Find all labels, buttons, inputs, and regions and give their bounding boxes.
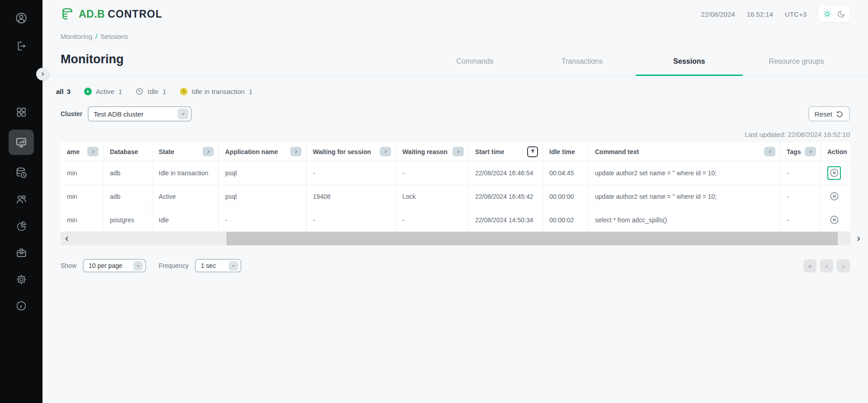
- column-expand-button[interactable]: [380, 147, 391, 156]
- filter-idle-in-transaction[interactable]: Idle in transaction 1: [180, 88, 253, 95]
- bottom-controls: Show 10 per page Frequency 1 sec « ‹ ›: [42, 259, 868, 272]
- clock-area: 22/08/2024 16:52:14 UTC+3: [701, 6, 850, 22]
- table-cell: update author2 set name = '' where id = …: [589, 185, 780, 208]
- filter-idle-count: 1: [162, 88, 166, 95]
- logout-button[interactable]: [0, 37, 42, 55]
- dark-theme-moon-icon[interactable]: [837, 9, 846, 19]
- scrollbar-thumb[interactable]: [226, 232, 838, 245]
- table-cell: -: [396, 161, 469, 184]
- sidebar-item-databases[interactable]: [9, 164, 34, 182]
- current-date: 22/08/2024: [701, 10, 735, 18]
- timezone: UTC+3: [785, 10, 807, 18]
- column-expand-button[interactable]: [805, 147, 816, 156]
- terminate-session-button[interactable]: [827, 213, 841, 227]
- sidebar-item-reports[interactable]: [9, 217, 34, 235]
- first-page-button[interactable]: «: [803, 259, 816, 272]
- cluster-row: Cluster Test ADB cluster Reset: [42, 106, 868, 122]
- chevron-down-icon: [178, 108, 189, 119]
- column-header-waiting-reason: Waiting reason: [396, 142, 469, 161]
- filter-all[interactable]: all 3: [56, 88, 71, 95]
- table-cell: min: [61, 161, 104, 184]
- idle-transaction-clock-icon: [180, 88, 188, 95]
- table-cell-action: [821, 161, 850, 184]
- table-row: minpostgresIdle---22/08/2024 14:50:3400:…: [61, 208, 850, 232]
- monitor-chart-icon: [15, 136, 28, 149]
- scroll-left-button[interactable]: [61, 232, 73, 245]
- table-cell: 22/08/2024 14:50:34: [469, 208, 543, 231]
- sidebar-item-projects[interactable]: [9, 244, 34, 262]
- sidebar-item-settings[interactable]: [9, 270, 34, 288]
- last-updated: Last updated: 22/08/2024 16:52:10: [42, 131, 868, 140]
- table-cell: adb: [104, 185, 152, 208]
- briefcase-icon: [15, 247, 28, 259]
- page-title: Monitoring: [61, 52, 123, 75]
- breadcrumb-sessions[interactable]: Sessions: [100, 33, 128, 40]
- sidebar-item-monitoring[interactable]: [9, 130, 34, 155]
- previous-page-button[interactable]: ‹: [820, 259, 833, 272]
- show-label: Show: [61, 262, 76, 269]
- filter-idle[interactable]: Idle 1: [136, 88, 166, 95]
- breadcrumb-monitoring[interactable]: Monitoring: [61, 33, 92, 40]
- table-cell: -: [219, 208, 307, 231]
- table-cell: psql: [219, 185, 307, 208]
- sidebar: [0, 0, 42, 403]
- reset-button[interactable]: Reset: [808, 106, 850, 122]
- tab-sessions[interactable]: Sessions: [636, 57, 743, 75]
- sidebar-item-info[interactable]: [9, 297, 34, 315]
- sessions-table: ameDatabaseStateApplication nameWaiting …: [61, 142, 850, 232]
- logo-icon: [61, 6, 76, 22]
- column-header-action: Action: [821, 142, 850, 161]
- column-expand-button[interactable]: [203, 147, 214, 156]
- column-header-label: Waiting reason: [402, 148, 448, 155]
- column-expand-button[interactable]: [87, 147, 99, 156]
- column-expand-button[interactable]: [290, 147, 302, 156]
- column-header-start-time: Start time: [469, 142, 543, 161]
- table-row: minadbIdle in transactionpsql--22/08/202…: [61, 161, 850, 185]
- column-expand-button[interactable]: [764, 147, 775, 156]
- column-header-waiting-for-session: Waiting for session: [307, 142, 396, 161]
- page-size-select[interactable]: 10 per page: [83, 259, 146, 272]
- frequency-select[interactable]: 1 sec: [195, 259, 241, 272]
- sidebar-item-dashboard[interactable]: [9, 103, 34, 121]
- table-body: minadbIdle in transactionpsql--22/08/202…: [61, 161, 850, 232]
- table-row: minadbActivepsql19408Lock22/08/2024 16:4…: [61, 185, 850, 208]
- profile-button[interactable]: [0, 9, 42, 27]
- table-cell: -: [396, 208, 469, 231]
- column-header-application-name: Application name: [219, 142, 307, 161]
- tab-commands[interactable]: Commands: [421, 57, 528, 75]
- scroll-right-button[interactable]: [851, 232, 865, 245]
- filter-idle-transaction-label: Idle in transaction: [192, 88, 245, 95]
- tab-resource-groups[interactable]: Resource groups: [743, 57, 850, 75]
- chevron-down-icon: [229, 261, 238, 271]
- filter-active[interactable]: Active 1: [84, 88, 122, 95]
- table-cell: 19408: [307, 185, 396, 208]
- filter-all-label: all: [56, 88, 64, 95]
- breadcrumb: Monitoring / Sessions: [42, 28, 868, 44]
- chevron-right-icon: [40, 71, 45, 77]
- filter-idle-transaction-count: 1: [249, 88, 252, 95]
- table-cell: update author2 set name = '' where id = …: [589, 161, 780, 184]
- terminate-session-button[interactable]: [827, 190, 841, 203]
- cluster-select[interactable]: Test ADB cluster: [88, 106, 192, 122]
- start-time-filter-button[interactable]: [527, 146, 538, 157]
- tab-transactions[interactable]: Transactions: [528, 57, 636, 75]
- column-header-ame: ame: [61, 142, 104, 161]
- sidebar-item-users[interactable]: [9, 190, 34, 208]
- table-cell: 00:00:00: [543, 185, 589, 208]
- terminate-session-button[interactable]: [827, 166, 841, 180]
- tabs: Commands Transactions Sessions Resource …: [421, 57, 850, 75]
- table-cell: min: [61, 208, 104, 231]
- title-row: Monitoring Commands Transactions Session…: [42, 52, 868, 76]
- column-header-label: Tags: [787, 148, 801, 155]
- column-header-label: Command text: [595, 148, 639, 155]
- next-page-button[interactable]: ›: [837, 259, 850, 272]
- column-header-database: Database: [104, 142, 152, 161]
- sidebar-nav: [0, 103, 42, 315]
- light-theme-sun-icon[interactable]: [822, 9, 832, 19]
- table-cell: Active: [152, 185, 219, 208]
- sidebar-expand-button[interactable]: [36, 68, 49, 80]
- table-cell: -: [780, 208, 821, 231]
- horizontal-scrollbar[interactable]: [61, 232, 850, 245]
- column-expand-button[interactable]: [453, 147, 464, 156]
- filter-idle-label: Idle: [147, 88, 158, 95]
